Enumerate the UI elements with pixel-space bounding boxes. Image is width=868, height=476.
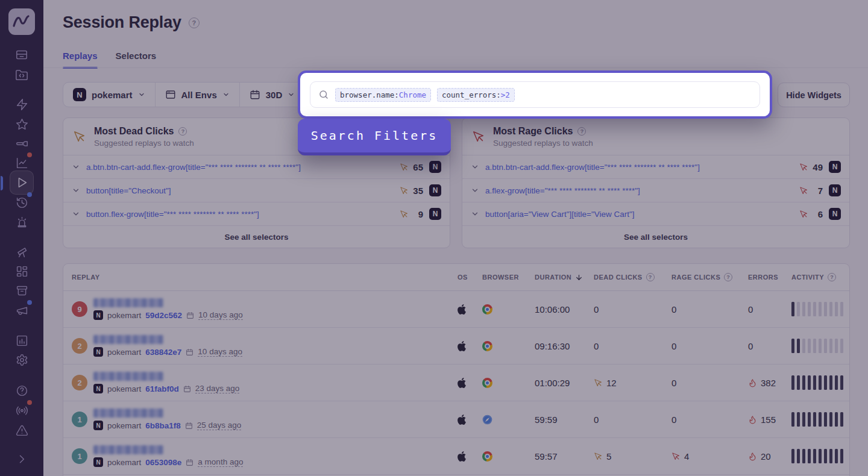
project-dropdown[interactable]: N pokemart	[63, 83, 156, 107]
help-icon[interactable]: ?	[189, 17, 200, 28]
replay-id-link[interactable]: 59d2c562	[145, 311, 182, 320]
see-all-selectors-button[interactable]: See all selectors	[63, 226, 450, 248]
activity-bars	[791, 375, 843, 390]
chevron-down-icon[interactable]	[471, 186, 479, 195]
duration-value: 59:59	[535, 415, 594, 425]
col-duration[interactable]: DURATION	[535, 274, 594, 281]
help-icon[interactable]: ?	[828, 273, 836, 281]
activity-bar	[802, 412, 805, 427]
sidebar-item-collapse[interactable]	[10, 447, 34, 471]
rage-clicks-value: 0	[671, 415, 748, 425]
replay-date[interactable]: 23 days ago	[195, 384, 240, 393]
sidebar-item-settings[interactable]	[10, 348, 34, 372]
activity-bar	[840, 302, 843, 316]
help-icon[interactable]: ?	[577, 127, 586, 136]
table-row[interactable]: 2 N pokemart 61fabf0d 23 days ago 01:00:…	[63, 365, 849, 401]
activity-bar	[813, 339, 816, 353]
search-filters-dialog: browser.name:Chrome count_errors:>2	[298, 70, 772, 119]
errors-value: 0	[748, 341, 791, 351]
nextjs-badge: N	[829, 208, 841, 220]
replay-date[interactable]: 10 days ago	[198, 310, 243, 320]
widget-title: Most Rage Clicks	[493, 126, 573, 137]
nextjs-badge: N	[73, 88, 86, 101]
chevron-down-icon[interactable]	[72, 186, 80, 195]
environment-dropdown-label: All Envs	[181, 90, 217, 100]
help-icon[interactable]: ?	[724, 273, 732, 281]
activity-bar	[840, 375, 843, 390]
selector-row[interactable]: button[aria="View Cart"][title="View Car…	[462, 202, 849, 226]
see-all-selectors-button[interactable]: See all selectors	[462, 226, 849, 248]
selector-link[interactable]: a.btn.btn-cart-add.flex-grow[title="*** …	[86, 163, 394, 172]
sidebar-item-warning[interactable]	[10, 418, 34, 442]
table-row[interactable]: 9 N pokemart 59d2c562 10 days ago 10:06:…	[63, 291, 849, 328]
replay-id-link[interactable]: 6b8ba1f8	[145, 421, 181, 430]
selector-row[interactable]: button.flex-grow[title="*** **** *******…	[63, 202, 450, 226]
replay-id-link[interactable]: 61fabf0d	[145, 384, 179, 393]
nextjs-badge: N	[429, 161, 441, 173]
chevron-down-icon	[288, 91, 295, 98]
activity-bar	[829, 449, 832, 463]
date-range-dropdown[interactable]: 30D	[240, 83, 305, 107]
help-icon[interactable]: ?	[646, 273, 655, 281]
duration-value: 10:06:00	[535, 304, 594, 315]
selector-row[interactable]: a.btn.btn-cart-add.flex-grow[title="*** …	[63, 155, 450, 179]
chevron-down-icon[interactable]	[471, 210, 479, 218]
col-os: OS	[458, 274, 482, 281]
help-icon[interactable]: ?	[178, 127, 187, 136]
tab-selectors[interactable]: Selectors	[116, 51, 157, 69]
calendar-icon	[185, 422, 193, 430]
click-count: 6	[799, 209, 823, 219]
flame-icon	[748, 415, 757, 424]
replay-date[interactable]: 25 days ago	[197, 421, 242, 430]
user-name-blurred	[93, 298, 163, 307]
table-row[interactable]: 1 N pokemart 6b8ba1f8 25 days ago 59:59 …	[63, 401, 849, 438]
selector-link[interactable]: button[title="Checkout"]	[86, 186, 394, 195]
app-logo[interactable]	[8, 8, 35, 35]
search-input[interactable]: browser.name:Chrome count_errors:>2	[310, 81, 760, 108]
replays-table: REPLAY OS BROWSER DURATION DEAD CLICKS? …	[63, 263, 850, 476]
chevron-down-icon[interactable]	[72, 210, 80, 218]
col-errors: ERRORS	[748, 274, 791, 281]
errors-value: 155	[748, 415, 791, 425]
activity-bars	[791, 302, 843, 316]
project-name: pokemart	[107, 421, 141, 430]
environment-dropdown[interactable]: All Envs	[156, 83, 240, 107]
replay-id-link[interactable]: 0653098e	[145, 458, 181, 467]
selector-link[interactable]: button.flex-grow[title="*** **** *******…	[86, 210, 394, 219]
chevron-down-icon[interactable]	[471, 163, 479, 171]
selector-row[interactable]: a.btn.btn-cart-add.flex-grow[title="*** …	[462, 155, 849, 179]
hide-widgets-button[interactable]: Hide Widgets	[778, 83, 850, 107]
replay-count-badge: 9	[72, 301, 87, 317]
sidebar-item-siren[interactable]	[10, 210, 34, 234]
dead-clicks-value: 5	[594, 451, 671, 462]
replay-date[interactable]: a month ago	[198, 457, 243, 467]
replay-date[interactable]: 10 days ago	[198, 347, 242, 357]
selector-link[interactable]: a.btn.btn-cart-add.flex-grow[title="*** …	[485, 163, 793, 172]
table-row[interactable]: 1 N pokemart 0653098e a month ago 59:57 …	[63, 438, 849, 475]
activity-bar	[840, 449, 843, 463]
cursor-icon	[799, 186, 808, 195]
cursor-icon	[400, 163, 409, 172]
selector-link[interactable]: button[aria="View Cart"][title="View Car…	[485, 210, 793, 219]
click-count: 7	[799, 186, 823, 196]
table-row[interactable]: 2 N pokemart 638842e7 10 days ago 09:16:…	[63, 328, 849, 365]
sidebar-item-code-folder[interactable]	[10, 63, 34, 87]
selector-link[interactable]: a.flex-grow[title="*** **** ******* ** *…	[485, 186, 793, 195]
filter-chip-browser-name[interactable]: browser.name:Chrome	[335, 88, 431, 102]
selector-row[interactable]: button[title="Checkout"] 35 N	[63, 179, 450, 202]
bolt-icon	[16, 98, 28, 111]
dead-clicks-value: 0	[594, 304, 671, 315]
sidebar-item-megaphone[interactable]	[10, 298, 34, 322]
widget-title: Most Dead Clicks	[94, 126, 174, 137]
replay-id-link[interactable]: 638842e7	[145, 348, 181, 357]
selector-row[interactable]: a.flex-grow[title="*** **** ******* ** *…	[462, 179, 849, 202]
activity-bar	[808, 449, 811, 463]
apple-icon	[458, 451, 482, 462]
cursor-icon	[400, 210, 409, 219]
tabs-divider	[43, 67, 868, 68]
tab-replays[interactable]: Replays	[63, 51, 98, 69]
activity-bar	[835, 412, 838, 427]
chevron-down-icon[interactable]	[72, 163, 80, 171]
inbox-icon	[15, 48, 28, 61]
filter-chip-count-errors[interactable]: count_errors:>2	[437, 88, 515, 102]
